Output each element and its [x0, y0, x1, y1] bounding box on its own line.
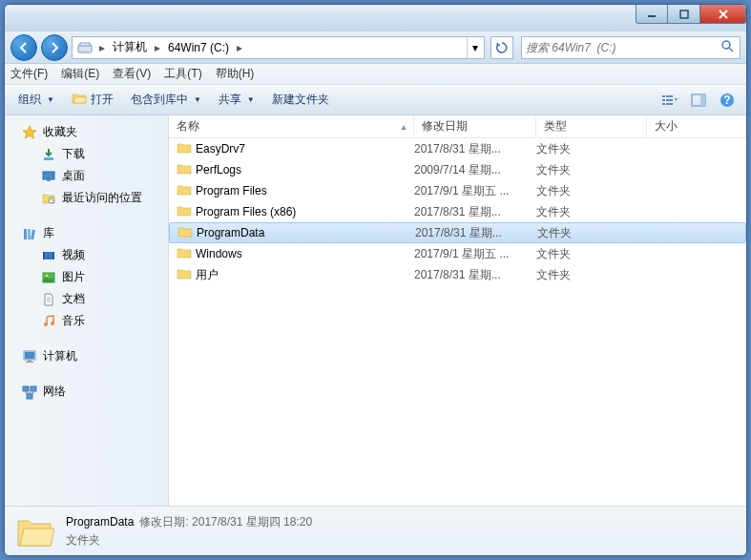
svg-line-5	[729, 48, 733, 52]
svg-rect-8	[662, 99, 665, 101]
sidebar-item-recent[interactable]: 最近访问的位置	[5, 187, 168, 209]
sidebar-libraries[interactable]: 库	[5, 222, 168, 244]
sidebar-item-downloads[interactable]: 下载	[5, 143, 168, 165]
sidebar-computer-label: 计算机	[43, 348, 77, 364]
folder-icon	[14, 511, 54, 551]
breadcrumb-computer[interactable]: 计算机	[109, 39, 151, 55]
svg-text:?: ?	[723, 93, 730, 107]
file-row[interactable]: Program Files2017/9/1 星期五 ...文件夹	[169, 180, 746, 201]
file-name: EasyDrv7	[196, 142, 245, 156]
menu-help[interactable]: 帮助(H)	[216, 66, 255, 82]
address-bar[interactable]: ▸ 计算机 ▸ 64Win7 (C:) ▸ ▾	[72, 36, 485, 59]
folder-icon	[177, 141, 192, 157]
forward-button[interactable]	[41, 34, 68, 61]
svg-rect-37	[23, 386, 29, 391]
file-modified: 2017/8/31 星期...	[414, 267, 536, 283]
sidebar-item-pictures[interactable]: 图片	[5, 266, 168, 288]
breadcrumb-drive[interactable]: 64Win7 (C:)	[164, 41, 233, 54]
address-dropdown[interactable]: ▾	[467, 37, 482, 58]
file-name: Program Files (x86)	[196, 205, 296, 218]
svg-rect-38	[31, 386, 36, 391]
file-type: 文件夹	[536, 246, 647, 262]
file-type: 文件夹	[536, 204, 647, 220]
file-name: Windows	[196, 247, 242, 260]
back-button[interactable]	[10, 34, 37, 61]
computer-icon	[22, 349, 37, 364]
sidebar-item-documents[interactable]: 文档	[5, 288, 168, 310]
navigation-bar: ▸ 计算机 ▸ 64Win7 (C:) ▸ ▾	[5, 31, 746, 64]
organize-button[interactable]: 组织▼	[12, 89, 60, 111]
svg-rect-1	[680, 10, 688, 18]
file-modified: 2017/8/31 星期...	[414, 204, 536, 220]
folder-icon	[177, 162, 192, 178]
drive-icon	[76, 39, 94, 56]
file-name: PerfLogs	[196, 163, 241, 176]
menu-view[interactable]: 查看(V)	[113, 66, 151, 82]
file-row[interactable]: 用户2017/8/31 星期...文件夹	[169, 264, 746, 285]
file-list[interactable]: EasyDrv72017/8/31 星期...文件夹PerfLogs2009/7…	[169, 138, 746, 506]
menu-tools[interactable]: 工具(T)	[164, 66, 201, 82]
preview-pane-button[interactable]	[687, 89, 710, 112]
folder-icon	[177, 183, 192, 199]
svg-rect-0	[648, 15, 656, 17]
search-icon[interactable]	[720, 39, 736, 55]
sidebar-item-videos[interactable]: 视频	[5, 244, 168, 266]
sidebar-network-label: 网络	[43, 384, 66, 400]
star-icon	[22, 125, 37, 140]
file-row[interactable]: Windows2017/9/1 星期五 ...文件夹	[169, 243, 746, 264]
help-button[interactable]: ?	[716, 89, 739, 112]
column-type[interactable]: 类型	[536, 115, 647, 137]
svg-point-4	[722, 41, 730, 49]
open-icon	[72, 92, 87, 108]
search-input[interactable]	[526, 41, 720, 54]
folder-icon	[177, 225, 193, 241]
refresh-button[interactable]	[490, 36, 513, 59]
sidebar-item-desktop[interactable]: 桌面	[5, 165, 168, 187]
file-row[interactable]: PerfLogs2009/7/14 星期...文件夹	[169, 159, 746, 180]
svg-rect-36	[26, 362, 33, 363]
column-modified[interactable]: 修改日期	[414, 115, 536, 137]
file-type: 文件夹	[536, 183, 647, 199]
svg-rect-35	[28, 360, 31, 362]
sidebar-item-music[interactable]: 音乐	[5, 310, 168, 332]
maximize-button[interactable]	[668, 5, 700, 24]
chevron-right-icon[interactable]: ▸	[233, 41, 246, 54]
file-row[interactable]: Program Files (x86)2017/8/31 星期...文件夹	[169, 201, 746, 222]
video-icon	[41, 248, 56, 263]
network-icon	[22, 384, 37, 400]
share-button[interactable]: 共享▼	[213, 89, 261, 111]
open-button[interactable]: 打开	[66, 89, 119, 111]
folder-icon	[177, 246, 192, 262]
minimize-button[interactable]	[636, 5, 668, 24]
file-row[interactable]: EasyDrv72017/8/31 星期...文件夹	[169, 138, 746, 159]
menu-edit[interactable]: 编辑(E)	[61, 66, 99, 82]
chevron-right-icon[interactable]: ▸	[151, 41, 164, 54]
view-options-button[interactable]	[658, 89, 681, 112]
sidebar-network[interactable]: 网络	[5, 381, 168, 403]
svg-rect-9	[666, 99, 673, 101]
svg-rect-6	[662, 95, 665, 97]
column-name[interactable]: 名称▲	[169, 115, 414, 137]
file-list-pane: 名称▲ 修改日期 类型 大小 EasyDrv72017/8/31 星期...文件…	[169, 115, 746, 506]
menu-bar: 文件(F) 编辑(E) 查看(V) 工具(T) 帮助(H)	[5, 64, 746, 85]
file-modified: 2017/9/1 星期五 ...	[414, 246, 536, 262]
libraries-icon	[22, 226, 37, 241]
svg-rect-11	[666, 103, 673, 105]
sidebar-favorites[interactable]: 收藏夹	[5, 121, 168, 143]
menu-file[interactable]: 文件(F)	[10, 66, 48, 82]
include-library-button[interactable]: 包含到库中▼	[125, 89, 207, 111]
sort-indicator-icon: ▲	[400, 122, 407, 131]
file-modified: 2017/8/31 星期...	[414, 141, 536, 157]
new-folder-button[interactable]: 新建文件夹	[266, 89, 335, 111]
sidebar-favorites-label: 收藏夹	[43, 124, 77, 140]
file-row[interactable]: ProgramData2017/8/31 星期...文件夹	[169, 222, 746, 243]
music-icon	[41, 314, 56, 329]
close-button[interactable]	[700, 5, 746, 24]
search-box[interactable]	[521, 36, 741, 59]
chevron-right-icon[interactable]: ▸	[95, 41, 109, 54]
folder-icon	[177, 204, 192, 220]
svg-rect-39	[27, 394, 32, 399]
svg-rect-18	[47, 179, 51, 181]
column-size[interactable]: 大小	[647, 115, 746, 137]
sidebar-computer[interactable]: 计算机	[5, 345, 168, 367]
